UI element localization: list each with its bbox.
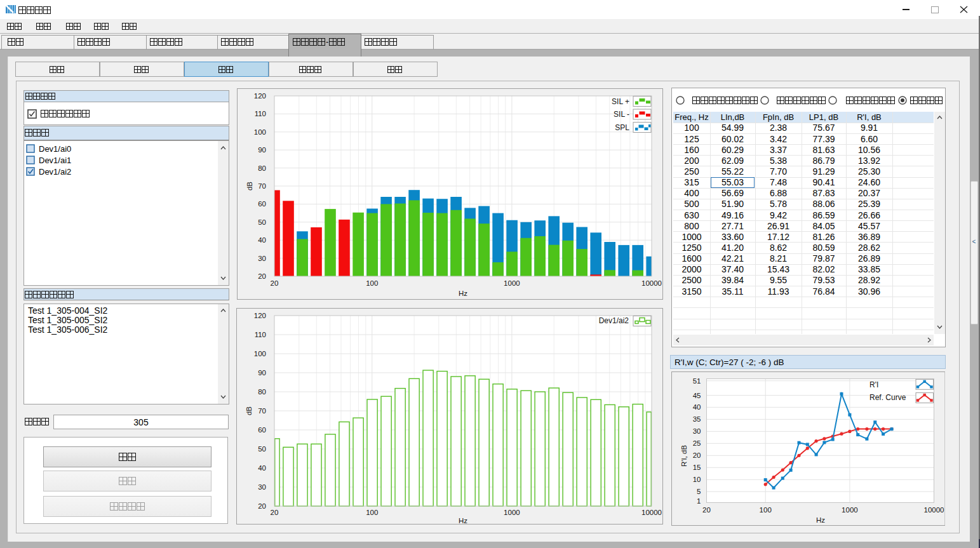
svg-text:51: 51 — [692, 377, 701, 385]
svg-text:Hz: Hz — [816, 516, 824, 524]
svg-text:30: 30 — [692, 427, 701, 435]
svg-text:10000: 10000 — [641, 509, 662, 516]
svg-text:30: 30 — [258, 483, 266, 491]
svg-text:20: 20 — [271, 279, 279, 287]
svg-text:25: 25 — [692, 439, 701, 447]
svg-text:20: 20 — [271, 509, 279, 516]
svg-text:60: 60 — [258, 200, 266, 208]
svg-text:35: 35 — [692, 415, 701, 423]
svg-text:10: 10 — [692, 476, 701, 483]
svg-text:5: 5 — [697, 488, 701, 495]
svg-text:30: 30 — [258, 255, 266, 262]
svg-text:50: 50 — [258, 445, 266, 453]
svg-text:1000: 1000 — [504, 279, 520, 287]
svg-text:20: 20 — [258, 272, 266, 280]
svg-text:45: 45 — [692, 392, 701, 399]
svg-text:90: 90 — [258, 146, 266, 154]
svg-text:110: 110 — [255, 110, 266, 117]
svg-text:50: 50 — [258, 218, 266, 226]
svg-text:20: 20 — [702, 506, 711, 514]
svg-text:10000: 10000 — [641, 279, 662, 287]
svg-text:100: 100 — [366, 279, 378, 287]
svg-text:R'I, dB: R'I, dB — [680, 445, 688, 467]
svg-text:20: 20 — [258, 502, 266, 510]
svg-text:90: 90 — [258, 369, 266, 377]
svg-text:SIL +: SIL + — [612, 97, 629, 106]
svg-text:80: 80 — [258, 164, 266, 172]
svg-text:dB: dB — [245, 406, 253, 415]
svg-text:100: 100 — [254, 350, 266, 358]
svg-text:80: 80 — [258, 388, 266, 396]
svg-text:1: 1 — [697, 497, 701, 505]
svg-text:70: 70 — [258, 182, 266, 190]
svg-text:R'I: R'I — [869, 380, 878, 389]
svg-text:Ref. Curve: Ref. Curve — [869, 393, 906, 402]
svg-text:Hz: Hz — [459, 290, 467, 297]
svg-text:100: 100 — [759, 506, 771, 514]
svg-text:15: 15 — [692, 464, 701, 471]
svg-text:20: 20 — [692, 451, 701, 459]
svg-text:100: 100 — [254, 128, 266, 136]
svg-text:SPL: SPL — [615, 123, 629, 132]
svg-text:110: 110 — [255, 331, 266, 338]
svg-text:120: 120 — [254, 92, 266, 100]
svg-text:60: 60 — [258, 426, 266, 434]
svg-text:Hz: Hz — [459, 517, 467, 525]
svg-text:40: 40 — [692, 403, 701, 411]
svg-text:10000: 10000 — [923, 506, 944, 514]
svg-text:dB: dB — [246, 182, 253, 190]
svg-text:1000: 1000 — [842, 506, 858, 514]
svg-text:70: 70 — [258, 407, 266, 415]
svg-text:Dev1/ai2: Dev1/ai2 — [599, 316, 629, 325]
svg-text:40: 40 — [258, 236, 266, 244]
svg-text:1000: 1000 — [504, 509, 520, 516]
svg-text:100: 100 — [366, 509, 378, 516]
svg-text:120: 120 — [254, 312, 266, 319]
svg-text:40: 40 — [258, 464, 266, 472]
svg-text:SIL -: SIL - — [614, 110, 629, 119]
